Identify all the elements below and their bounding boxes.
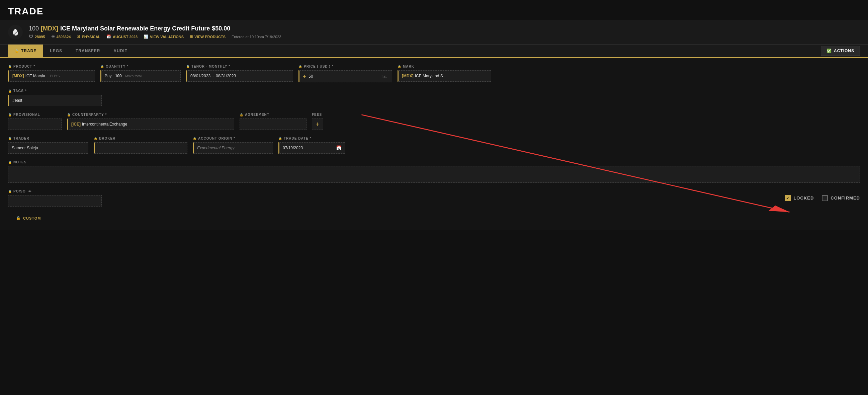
- lock-icon: 🔒: [94, 137, 98, 140]
- edit-icon[interactable]: ✏: [28, 189, 31, 193]
- provisional-input[interactable]: [8, 119, 62, 130]
- tenor-field: 🔒 TENOR - MONTHLY * 08/01/2023 - 08/31/2…: [186, 65, 293, 82]
- header-product-name: ICE Maryland Solar Renewable Energy Cred…: [60, 25, 210, 32]
- view-valuations-link[interactable]: 📊 VIEW VALUATIONS: [144, 34, 184, 39]
- counterparty-ticker: [ICE]: [71, 122, 81, 126]
- row-6: 🔒 PO/SO ✏ LOCKED CONFIRMED: [8, 189, 860, 207]
- account-origin-field: 🔒 ACCOUNT ORIGIN * Experimental Energy: [193, 136, 273, 154]
- fees-add-button[interactable]: +: [312, 119, 323, 130]
- mark-input[interactable]: [MDX] ICE Maryland S...: [398, 70, 491, 82]
- price-label: 🔒 PRICE ( USD ) *: [299, 65, 392, 68]
- account-origin-input[interactable]: Experimental Energy: [193, 142, 273, 154]
- broker-field: 🔒 BROKER: [94, 136, 187, 154]
- trade-date-input[interactable]: 07/19/2023 📅: [278, 142, 345, 154]
- header-quantity: 100: [29, 25, 39, 32]
- row-5: 🔒 NOTES: [8, 160, 860, 183]
- tab-trade[interactable]: 🔒 TRADE: [8, 44, 43, 58]
- quantity-inner: Buy 100 MWh total: [105, 74, 177, 78]
- notes-label: 🔒 NOTES: [8, 160, 860, 164]
- product-input[interactable]: [MDX] ICE Maryla... PHYS: [8, 70, 95, 82]
- price-modifier: flat: [381, 74, 386, 78]
- tab-transfer[interactable]: TRANSFER: [69, 44, 107, 58]
- product-ticker: [MDX]: [12, 74, 24, 78]
- trade-id2: ✳ 4506624: [51, 34, 71, 39]
- tags-value: #east: [12, 98, 22, 103]
- tags-field: 🔒 TAGS * #east: [8, 89, 102, 106]
- tab-legs[interactable]: LEGS: [43, 44, 69, 58]
- lock-icon: 🔒: [8, 113, 12, 117]
- page-title: TRADE: [0, 0, 868, 20]
- qty-amount: 100: [115, 74, 122, 78]
- trade-date-value: 07/19/2023: [283, 146, 303, 150]
- confirmed-checkbox-box[interactable]: [822, 195, 828, 201]
- lock-icon: 🔒: [16, 216, 21, 220]
- grid-icon: ⊞: [190, 34, 193, 39]
- locked-checkbox-box[interactable]: [785, 195, 791, 201]
- lock-icon: 🔒: [8, 65, 12, 68]
- actions-button[interactable]: ✅ ACTIONS: [821, 46, 860, 56]
- mark-name: ICE Maryland S...: [415, 74, 446, 78]
- account-origin-label: 🔒 ACCOUNT ORIGIN *: [193, 136, 273, 140]
- plus-icon: +: [303, 73, 306, 79]
- provisional-label: 🔒 PROVISIONAL: [8, 113, 62, 117]
- broker-input[interactable]: [94, 142, 187, 154]
- lock-icon: 🔒: [15, 49, 19, 53]
- custom-label: CUSTOM: [23, 216, 41, 220]
- agreement-field: 🔒 AGREEMENT: [240, 113, 307, 130]
- trade-date-label: 🔒 TRADE DATE *: [278, 136, 345, 140]
- quantity-input[interactable]: Buy 100 MWh total: [100, 70, 181, 82]
- custom-row: 🔒 CUSTOM: [8, 213, 860, 223]
- lock-icon: 🔒: [8, 161, 12, 164]
- calendar-icon: 📅: [336, 145, 342, 151]
- confirmed-checkbox[interactable]: CONFIRMED: [822, 195, 860, 201]
- quantity-field: 🔒 QUANTITY * Buy 100 MWh total: [100, 65, 181, 82]
- trader-input[interactable]: Sameer Soleja: [8, 142, 88, 154]
- counterparty-field: 🔒 COUNTERPARTY * [ICE] IntercontinentalE…: [67, 113, 234, 130]
- view-products-link[interactable]: ⊞ VIEW PRODUCTS: [190, 34, 225, 39]
- tenor-end: 08/31/2023: [216, 74, 236, 78]
- lock-icon: 🔒: [8, 190, 12, 193]
- locked-label: LOCKED: [794, 195, 814, 201]
- notes-field: 🔒 NOTES: [8, 160, 860, 183]
- trader-field: 🔒 TRADER Sameer Soleja: [8, 136, 88, 154]
- counterparty-input[interactable]: [ICE] IntercontinentalExchange: [67, 119, 234, 130]
- lock-icon: 🔒: [100, 65, 104, 68]
- price-input[interactable]: + 50 flat: [299, 70, 392, 82]
- price-value: 50: [309, 74, 313, 79]
- mark-ticker: [MDX]: [402, 74, 413, 78]
- form-area: 🔒 PRODUCT * [MDX] ICE Maryla... PHYS 🔒 Q…: [0, 58, 868, 230]
- agreement-input[interactable]: [240, 119, 307, 130]
- calendar-icon: 📅: [106, 34, 111, 39]
- trade-date-field: 🔒 TRADE DATE * 07/19/2023 📅: [278, 136, 345, 154]
- check-circle-icon: ✅: [827, 49, 832, 53]
- tenor-inner: 08/01/2023 - 08/31/2023: [190, 74, 236, 78]
- price-inner: + 50 flat: [303, 73, 389, 79]
- header-ticker: [MDX]: [41, 25, 58, 32]
- locked-checkbox[interactable]: LOCKED: [785, 195, 814, 201]
- lock-icon: 🔒: [398, 65, 402, 68]
- chart-icon: 📊: [144, 34, 148, 39]
- trade-header: 100 [MDX] ICE Maryland Solar Renewable E…: [0, 20, 868, 44]
- row-2: 🔒 TAGS * #east: [8, 89, 860, 106]
- tags-input[interactable]: #east: [8, 95, 102, 106]
- counterparty-label: 🔒 COUNTERPARTY *: [67, 113, 234, 117]
- account-origin-value: Experimental Energy: [197, 146, 234, 150]
- product-field: 🔒 PRODUCT * [MDX] ICE Maryla... PHYS: [8, 65, 95, 82]
- mark-field: 🔒 MARK [MDX] ICE Maryland S...: [398, 65, 491, 82]
- tenor-input[interactable]: 08/01/2023 - 08/31/2023: [186, 70, 293, 82]
- fees-field: FEES +: [312, 113, 365, 130]
- physical-badge: ☑ PHYSICAL: [76, 34, 100, 39]
- lock-icon: 🔒: [193, 137, 197, 140]
- lock-icon: 🔒: [8, 137, 12, 140]
- shield-icon: 🛡: [29, 34, 33, 39]
- product-type: PHYS: [50, 74, 60, 78]
- checkbox-area: LOCKED CONFIRMED: [785, 195, 860, 201]
- poso-input[interactable]: [8, 195, 102, 207]
- agreement-label: 🔒 AGREEMENT: [240, 113, 307, 117]
- broker-label: 🔒 BROKER: [94, 136, 187, 140]
- lock-icon: 🔒: [186, 65, 190, 68]
- counterparty-name: IntercontinentalExchange: [82, 122, 127, 126]
- qty-unit: MWh total: [125, 74, 142, 78]
- notes-input[interactable]: [8, 166, 860, 183]
- tab-audit[interactable]: AUDIT: [107, 44, 134, 58]
